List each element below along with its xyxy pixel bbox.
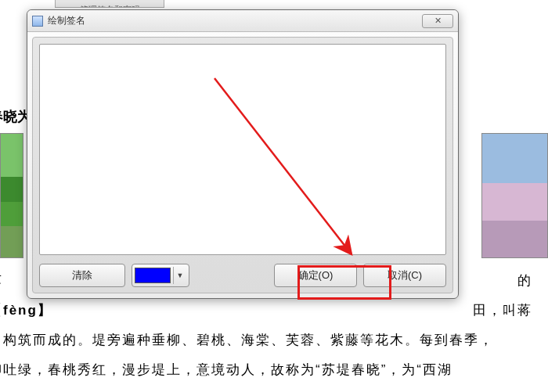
background-image-right bbox=[481, 133, 548, 258]
background-image-left bbox=[0, 133, 23, 258]
background-tab: 管理签名和密码 bbox=[55, 0, 164, 8]
close-button[interactable]: ✕ bbox=[422, 14, 453, 28]
background-text: 的 bbox=[517, 266, 532, 295]
dialog-button-row: 清除 ▼ 确定(O) 取消(C) bbox=[39, 263, 446, 288]
color-swatch bbox=[135, 268, 171, 283]
dialog-body: 清除 ▼ 确定(O) 取消(C) bbox=[32, 37, 453, 293]
background-text: 十景”之首。 bbox=[0, 385, 540, 392]
background-text: 柳吐绿，春桃秀红，漫步堤上，意境动人，故称为“苏堤春晓”，为“西湖 bbox=[0, 355, 540, 384]
dialog-title: 绘制签名 bbox=[48, 14, 85, 27]
ok-button[interactable]: 确定(O) bbox=[274, 264, 357, 287]
color-picker[interactable]: ▼ bbox=[132, 264, 189, 287]
signature-canvas[interactable] bbox=[39, 44, 446, 255]
draw-signature-dialog: 绘制签名 ✕ 清除 ▼ 确定(O) 取消(C) bbox=[27, 9, 459, 299]
background-text: ）构筑而成的。堤旁遍种垂柳、碧桃、海棠、芙蓉、紫藤等花木。每到春季， bbox=[0, 325, 540, 354]
close-icon: ✕ bbox=[434, 16, 442, 26]
dialog-titlebar[interactable]: 绘制签名 ✕ bbox=[27, 10, 458, 32]
background-text: 【fèng】 bbox=[0, 296, 540, 325]
clear-button[interactable]: 清除 bbox=[39, 264, 125, 287]
background-text: 田，叫蒋 bbox=[473, 296, 532, 325]
chevron-down-icon: ▼ bbox=[173, 267, 186, 284]
app-icon bbox=[32, 16, 43, 27]
cancel-button[interactable]: 取消(C) bbox=[363, 264, 446, 287]
